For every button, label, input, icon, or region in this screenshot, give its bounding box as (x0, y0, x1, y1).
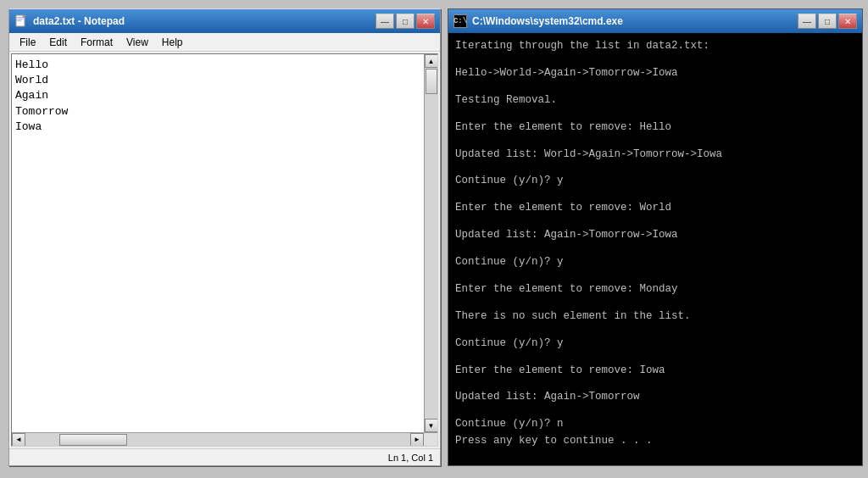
cmd-line: Hello->World->Again->Tomorrow->Iowa (455, 65, 855, 81)
hscroll-right-button[interactable]: ► (410, 433, 424, 447)
vertical-scrollbar[interactable]: ▲ ▼ (424, 54, 437, 432)
cmd-empty-line (455, 217, 855, 228)
cmd-empty-line (455, 270, 855, 281)
minimize-button[interactable]: — (376, 14, 394, 29)
cmd-empty-line (455, 190, 855, 201)
editor-line: Tomorrow (15, 104, 420, 119)
vscroll-down-button[interactable]: ▼ (425, 419, 438, 432)
notepad-window: data2.txt - Notepad — □ ✕ File Edit Form… (8, 8, 441, 466)
menu-help[interactable]: Help (155, 33, 190, 51)
cmd-line: Continue (y/n)? n (455, 416, 855, 432)
cmd-output: Iterating through the list in data2.txt:… (448, 33, 862, 465)
cmd-line: Press any key to continue . . . (455, 433, 855, 449)
cmd-empty-line (455, 244, 855, 255)
hscroll-left-button[interactable]: ◄ (12, 433, 25, 447)
cmd-icon: C:\ (453, 14, 467, 28)
status-bar: Ln 1, Col 1 (9, 448, 440, 465)
cmd-line: Updated list: Again->Tomorrow->Iowa (455, 227, 855, 243)
vscroll-track[interactable] (425, 68, 437, 419)
editor-line: Hello (15, 58, 420, 73)
cmd-title: C:\Windows\system32\cmd.exe (472, 15, 793, 27)
menu-view[interactable]: View (120, 33, 155, 51)
editor-line: Iowa (15, 119, 420, 135)
svg-rect-2 (17, 19, 23, 19)
notepad-title: data2.txt - Notepad (33, 15, 370, 27)
cmd-empty-line (455, 325, 855, 336)
cmd-empty-line (455, 406, 855, 417)
cmd-empty-line (455, 352, 855, 363)
editor-line: Again (15, 88, 420, 103)
vscroll-thumb[interactable] (426, 69, 437, 94)
svg-rect-3 (17, 20, 21, 21)
cmd-line: Updated list: Again->Tomorrow (455, 389, 855, 405)
cmd-line: Enter the element to remove: Hello (455, 119, 855, 136)
cmd-line: Iterating through the list in data2.txt: (455, 38, 855, 54)
cmd-maximize-button[interactable]: □ (818, 14, 837, 29)
cmd-titlebar-buttons: — □ ✕ (798, 14, 857, 29)
cmd-empty-line (455, 108, 855, 119)
cmd-line: Continue (y/n)? y (455, 254, 855, 270)
editor-with-scrollbar: HelloWorldAgainTomorrowIowa ▲ ▼ (12, 54, 437, 432)
hscroll-track[interactable] (25, 433, 410, 446)
horizontal-scrollbar[interactable]: ◄ ► (12, 432, 437, 446)
vscroll-up-button[interactable]: ▲ (425, 54, 438, 68)
menu-file[interactable]: File (13, 33, 42, 51)
cursor-position: Ln 1, Col 1 (388, 453, 433, 463)
cmd-line: Enter the element to remove: Iowa (455, 363, 855, 379)
menu-edit[interactable]: Edit (42, 33, 74, 51)
cmd-line: Enter the element to remove: Monday (455, 281, 855, 297)
cmd-line: Continue (y/n)? y (455, 336, 855, 352)
notepad-icon (14, 14, 28, 28)
svg-rect-1 (17, 17, 23, 18)
editor-line: World (15, 73, 420, 88)
cmd-line: Testing Removal. (455, 92, 855, 108)
cmd-close-button[interactable]: ✕ (838, 14, 857, 29)
text-editor[interactable]: HelloWorldAgainTomorrowIowa (12, 54, 424, 432)
cmd-empty-line (455, 297, 855, 308)
cmd-line: Enter the element to remove: World (455, 200, 855, 216)
cmd-line: There is no such element in the list. (455, 308, 855, 325)
cmd-empty-line (455, 379, 855, 390)
menu-format[interactable]: Format (74, 33, 120, 51)
maximize-button[interactable]: □ (396, 14, 415, 29)
cmd-minimize-button[interactable]: — (798, 14, 816, 29)
svg-rect-4 (23, 15, 25, 18)
cmd-empty-line (455, 136, 855, 147)
scroll-corner (424, 433, 437, 447)
cmd-empty-line (455, 81, 855, 92)
cmd-window: C:\ C:\Windows\system32\cmd.exe — □ ✕ It… (448, 8, 863, 466)
editor-area: HelloWorldAgainTomorrowIowa ▲ ▼ ◄ ► (11, 53, 438, 447)
cmd-empty-line (455, 163, 855, 174)
notepad-titlebar: data2.txt - Notepad — □ ✕ (9, 9, 440, 33)
close-button[interactable]: ✕ (416, 14, 435, 29)
cmd-titlebar: C:\ C:\Windows\system32\cmd.exe — □ ✕ (448, 9, 862, 33)
cmd-line: Updated list: World->Again->Tomorrow->Io… (455, 147, 855, 163)
notepad-menubar: File Edit Format View Help (9, 33, 440, 52)
hscroll-thumb[interactable] (59, 434, 127, 446)
cmd-empty-line (455, 54, 855, 65)
cmd-line: Continue (y/n)? y (455, 173, 855, 189)
titlebar-buttons: — □ ✕ (376, 14, 435, 29)
